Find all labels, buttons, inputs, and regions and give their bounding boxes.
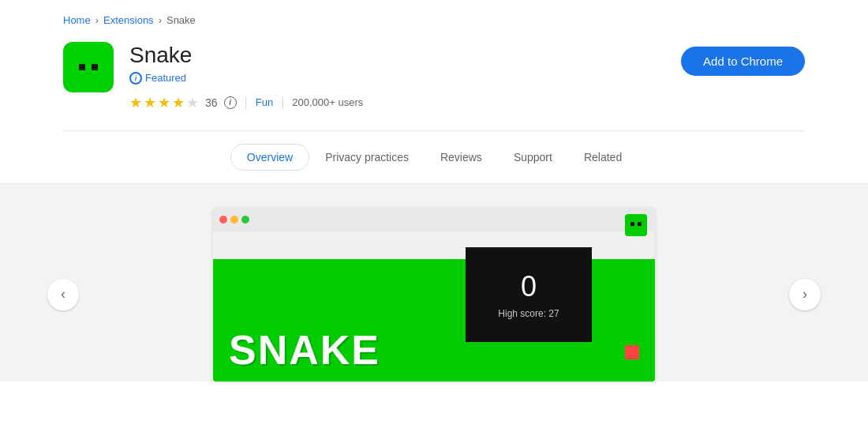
ss-food: [625, 345, 639, 359]
header-area: Snake i Featured ★ ★ ★ ★ ★ 36 i | Fun | …: [0, 34, 868, 130]
info-icon[interactable]: i: [224, 96, 237, 109]
content-area: ‹: [0, 184, 868, 382]
tab-overview[interactable]: Overview: [230, 144, 309, 171]
featured-icon: i: [129, 72, 142, 85]
breadcrumb: Home › Extensions › Snake: [0, 0, 868, 34]
ss-score: 0: [521, 270, 537, 303]
ss-snake-icon-eye-left: [630, 222, 634, 226]
ss-topbar-red: [219, 216, 227, 224]
breadcrumb-sep2: ›: [159, 14, 162, 26]
app-title: Snake: [129, 42, 363, 69]
breadcrumb-current: Snake: [166, 14, 196, 26]
carousel-next-button[interactable]: ›: [789, 279, 821, 310]
carousel-prev-button[interactable]: ‹: [47, 279, 79, 310]
ss-topbar: [213, 208, 655, 231]
app-info: Snake i Featured ★ ★ ★ ★ ★ 36 i | Fun | …: [129, 42, 363, 111]
divider-vertical: |: [245, 96, 248, 110]
ss-high-score: High score: 27: [498, 308, 559, 319]
featured-badge: i Featured: [129, 72, 363, 85]
featured-label: Featured: [145, 72, 186, 84]
category-tag[interactable]: Fun: [256, 96, 273, 108]
tab-privacy[interactable]: Privacy practices: [309, 145, 425, 170]
header-left: Snake i Featured ★ ★ ★ ★ ★ 36 i | Fun | …: [63, 42, 363, 111]
ss-snake-body: [432, 281, 450, 299]
ss-snake-icon-eye-right: [638, 222, 642, 226]
breadcrumb-extensions[interactable]: Extensions: [103, 14, 154, 26]
star-5: ★: [186, 94, 199, 111]
nav-tabs: Overview Privacy practices Reviews Suppo…: [0, 131, 868, 184]
ss-topbar-yellow: [230, 216, 238, 224]
add-to-chrome-button[interactable]: Add to Chrome: [681, 47, 805, 76]
stars: ★ ★ ★ ★ ★: [129, 94, 199, 111]
snake-icon-eyes: [79, 64, 98, 70]
snake-eye-left: [79, 64, 85, 70]
ss-snake-icon-eyes: [630, 222, 642, 226]
star-2: ★: [144, 94, 156, 111]
star-4: ★: [172, 94, 185, 111]
star-1: ★: [129, 94, 142, 111]
tab-related[interactable]: Related: [568, 145, 638, 170]
tab-support[interactable]: Support: [498, 145, 568, 170]
screenshot-carousel: ‹: [0, 208, 868, 382]
users-count: 200,000+ users: [292, 96, 363, 108]
ss-snake-text: SNAKE: [229, 326, 380, 374]
screenshot-inner: SNAKE 0 High score: 27: [213, 208, 655, 382]
ss-game-area: SNAKE 0 High score: 27: [213, 231, 655, 382]
ss-black-panel: 0 High score: 27: [466, 247, 592, 342]
tab-reviews[interactable]: Reviews: [425, 145, 498, 170]
app-icon: [63, 42, 114, 92]
snake-eye-right: [92, 64, 98, 70]
ss-topbar-green: [241, 216, 249, 224]
breadcrumb-sep1: ›: [95, 14, 99, 26]
divider-vertical2: |: [281, 96, 284, 110]
breadcrumb-home[interactable]: Home: [63, 14, 91, 26]
rating-count: 36: [205, 96, 218, 109]
screenshot-container: SNAKE 0 High score: 27: [213, 208, 655, 382]
star-3: ★: [158, 94, 170, 111]
rating-row: ★ ★ ★ ★ ★ 36 i | Fun | 200,000+ users: [129, 94, 363, 111]
